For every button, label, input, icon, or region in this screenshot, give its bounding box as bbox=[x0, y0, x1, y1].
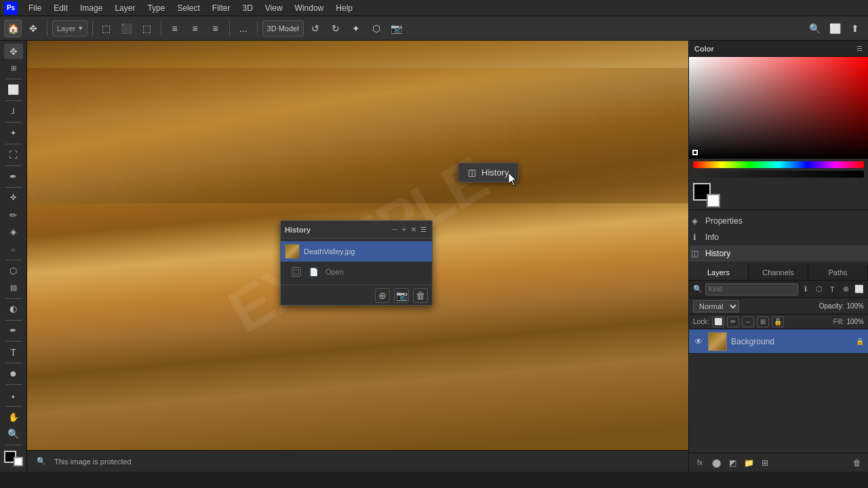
history-item-2[interactable]: 📄 Open bbox=[281, 262, 432, 282]
shape-tool[interactable]: ⬧ bbox=[4, 388, 23, 403]
menu-select[interactable]: Select bbox=[172, 2, 205, 14]
dist2-btn[interactable]: ≡ bbox=[186, 20, 204, 37]
path-tool[interactable]: ⬢ bbox=[4, 366, 23, 382]
dodge-tool[interactable]: ◐ bbox=[4, 301, 23, 317]
brush-tool[interactable]: ✏ bbox=[4, 207, 23, 222]
layer-row-background[interactable]: 👁 Background 🔒 bbox=[689, 329, 868, 354]
lock-row: Lock: ⬜ ✏ ↔ ⊞ 🔒 Fill: 100% bbox=[689, 314, 868, 329]
3d-move-btn[interactable]: ✦ bbox=[347, 20, 365, 37]
layer-group-btn[interactable]: 📁 bbox=[742, 456, 755, 470]
align-right-btn[interactable]: ⬚ bbox=[138, 20, 156, 37]
pen-tool[interactable]: ✒ bbox=[4, 323, 23, 338]
type-tool[interactable]: T bbox=[4, 344, 23, 360]
distribute-btn[interactable]: ≡ bbox=[166, 20, 184, 37]
fill-value[interactable]: 100% bbox=[846, 318, 864, 325]
history-menu-btn[interactable]: ☰ bbox=[418, 225, 428, 235]
crop-tool[interactable]: ⛶ bbox=[4, 147, 23, 163]
layer-mode-dropdown[interactable]: Layer ▾ bbox=[52, 20, 87, 37]
menu-window[interactable]: Window bbox=[290, 2, 330, 14]
menu-edit[interactable]: Edit bbox=[48, 2, 73, 14]
history-tooltip[interactable]: ◫ History bbox=[458, 163, 519, 182]
blend-mode-select[interactable]: Normal Multiply Screen bbox=[693, 300, 739, 312]
layer-adj-btn[interactable]: ◩ bbox=[726, 456, 739, 470]
lock-all-btn[interactable]: 🔒 bbox=[772, 317, 784, 327]
layers-search-input[interactable] bbox=[705, 283, 798, 296]
lock-move-btn[interactable]: ↔ bbox=[742, 317, 754, 327]
rotate-btn[interactable]: ↺ bbox=[307, 20, 324, 37]
3d-model-btn[interactable]: 3D Model bbox=[262, 20, 304, 37]
layer-fx-btn[interactable]: fx bbox=[693, 456, 707, 470]
history-panel-header[interactable]: History ─ + ✕ ☰ bbox=[281, 221, 432, 239]
color-gradient-area[interactable] bbox=[689, 57, 868, 159]
layer-visibility-btn[interactable]: 👁 bbox=[693, 337, 704, 346]
eraser-tool[interactable]: ⬡ bbox=[4, 262, 23, 278]
menu-3d[interactable]: 3D bbox=[237, 2, 258, 14]
history-close-btn[interactable]: ✕ bbox=[409, 225, 418, 235]
layer-new-btn[interactable]: ⊞ bbox=[758, 456, 772, 470]
lock-pixels-btn[interactable]: ⬜ bbox=[712, 317, 724, 327]
stamp-tool[interactable]: ◈ bbox=[4, 224, 23, 240]
layers-filter-smart[interactable]: ⊕ bbox=[840, 283, 852, 296]
move-tool-options[interactable]: ✥ bbox=[24, 20, 42, 37]
search-btn[interactable]: 🔍 bbox=[806, 20, 823, 37]
menu-layer[interactable]: Layer bbox=[109, 2, 140, 14]
layers-filter-type[interactable]: ℹ bbox=[800, 283, 812, 296]
background-swatch[interactable] bbox=[707, 194, 720, 207]
menu-file[interactable]: File bbox=[23, 2, 47, 14]
tab-layers[interactable]: Layers bbox=[689, 264, 749, 280]
background-color[interactable] bbox=[14, 457, 23, 466]
history-minimize-btn[interactable]: ─ bbox=[390, 225, 399, 235]
layers-filter-adj[interactable]: ⬡ bbox=[813, 283, 825, 296]
move-tool[interactable]: ✥ bbox=[4, 43, 23, 59]
menu-help[interactable]: Help bbox=[330, 2, 358, 14]
history-brush-tool[interactable]: ⬦ bbox=[4, 241, 23, 257]
marquee-tool[interactable]: ⬜ bbox=[4, 82, 23, 98]
opacity-value[interactable]: 100% bbox=[846, 302, 864, 310]
align-center-btn[interactable]: ⬛ bbox=[118, 20, 136, 37]
layers-filter-text[interactable]: T bbox=[826, 283, 838, 296]
align-left-btn[interactable]: ⬚ bbox=[98, 20, 115, 37]
menu-view[interactable]: View bbox=[260, 2, 288, 14]
lock-draw-btn[interactable]: ✏ bbox=[727, 317, 739, 327]
layers-filter-toggle[interactable]: ⬜ bbox=[853, 283, 865, 296]
artboard-tool[interactable]: ⊞ bbox=[4, 60, 23, 76]
tab-channels[interactable]: Channels bbox=[749, 264, 808, 280]
zoom-level-btn[interactable]: 🔍 bbox=[34, 452, 49, 471]
hand-tool[interactable]: ✋ bbox=[4, 409, 23, 425]
alpha-slider[interactable] bbox=[693, 171, 864, 178]
history-delete-btn[interactable]: 🗑 bbox=[413, 288, 428, 303]
properties-item[interactable]: ◈ Properties bbox=[689, 213, 868, 229]
dist3-btn[interactable]: ≡ bbox=[207, 20, 224, 37]
camera-btn[interactable]: 📷 bbox=[388, 20, 406, 37]
3d-nav-btn[interactable]: ⬡ bbox=[368, 20, 385, 37]
heal-tool[interactable]: ✜ bbox=[4, 190, 23, 205]
menu-image[interactable]: Image bbox=[75, 2, 108, 14]
history-new-state-btn[interactable]: ⊕ bbox=[375, 288, 390, 303]
layer-delete-btn[interactable]: 🗑 bbox=[850, 456, 864, 470]
zoom-tool[interactable]: 🔍 bbox=[4, 426, 23, 442]
menu-filter[interactable]: Filter bbox=[207, 2, 236, 14]
tab-paths[interactable]: Paths bbox=[808, 264, 868, 280]
history-sidebar-item[interactable]: ◫ History bbox=[689, 245, 868, 262]
history-item-1[interactable]: DeathValley.jpg bbox=[281, 241, 432, 262]
layer-mask-btn[interactable]: ⬤ bbox=[709, 456, 723, 470]
status-text: This image is protected bbox=[54, 458, 132, 466]
gradient-tool[interactable]: ▤ bbox=[4, 280, 23, 296]
color-panel-menu[interactable]: ☰ bbox=[856, 45, 863, 52]
menu-type[interactable]: Type bbox=[142, 2, 170, 14]
history-checkbox bbox=[294, 269, 299, 274]
lock-artboard-btn[interactable]: ⊞ bbox=[757, 317, 769, 327]
history-snapshot-btn[interactable]: 📷 bbox=[394, 288, 409, 303]
eyedropper-tool[interactable]: ✒ bbox=[4, 169, 23, 184]
arrange-btn[interactable]: ⬜ bbox=[826, 20, 844, 37]
wand-tool[interactable]: ✦ bbox=[4, 125, 23, 141]
share-btn[interactable]: ⬆ bbox=[846, 20, 864, 37]
tool-sep-3 bbox=[5, 122, 22, 123]
lasso-tool[interactable]: ɺ bbox=[4, 104, 23, 119]
home-button[interactable]: 🏠 bbox=[4, 20, 22, 37]
history-maximize-btn[interactable]: + bbox=[399, 225, 409, 235]
hue-slider[interactable] bbox=[693, 161, 864, 168]
refresh-btn[interactable]: ↻ bbox=[327, 20, 344, 37]
more-options-btn[interactable]: ... bbox=[235, 20, 252, 37]
info-item[interactable]: ℹ Info bbox=[689, 229, 868, 245]
